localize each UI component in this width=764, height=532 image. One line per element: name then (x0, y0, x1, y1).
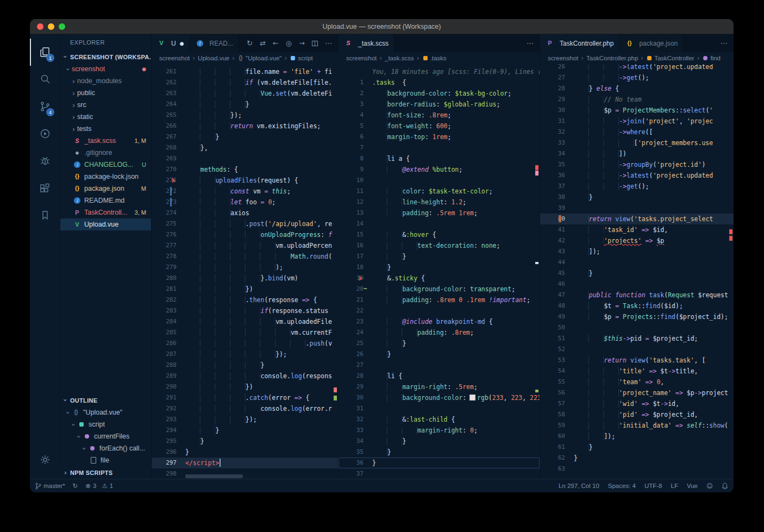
code-line[interactable]: 44 (540, 257, 734, 268)
code-line[interactable]: 31 (339, 403, 540, 414)
file-item-gitignore[interactable]: .gitignore (60, 147, 151, 159)
code-line[interactable]: 16 text-decoration: none; (339, 240, 540, 251)
bug-icon[interactable] (30, 147, 60, 174)
run-and-debug-icon[interactable] (30, 120, 60, 147)
code-line[interactable]: 59 'initial_data' => self::show( (540, 420, 734, 431)
npm-scripts-section-header[interactable]: › NPM SCRIPTS (60, 466, 151, 479)
more-actions-icon[interactable]: ⋯ (527, 40, 534, 47)
code-editor-task-scss[interactable]: You, 18 minutes ago [scss: File(0-9), Li… (339, 64, 540, 479)
code-line[interactable]: 28 li { (339, 371, 540, 381)
code-line[interactable]: 9 @extend %button; (339, 164, 540, 175)
code-line[interactable]: 46 (540, 279, 734, 290)
code-line[interactable]: 32 &:last-child { (339, 414, 540, 425)
outline-item-file[interactable]: file (60, 454, 151, 466)
code-line[interactable]: 34 ]) (540, 148, 734, 159)
source-control-icon[interactable]: 4 (30, 93, 60, 120)
code-line[interactable]: 41 'task_id' => $id, (540, 224, 734, 235)
code-line[interactable]: 56 'project_name' => $p->project (540, 387, 734, 398)
previous-change-icon[interactable]: ← (273, 40, 279, 47)
file-item-node-modules[interactable]: ›node_modules (60, 75, 151, 87)
code-line[interactable]: 274 axios (152, 208, 338, 218)
code-line[interactable]: 50 (540, 322, 734, 333)
code-line[interactable]: 21 padding: .8rem 0 .1rem !important; (339, 295, 540, 305)
code-line[interactable]: 276 onUploadProgress: f (152, 229, 338, 240)
code-line[interactable]: 48 $t = Task::find($id); (540, 301, 734, 311)
code-line[interactable]: 14 (339, 218, 540, 229)
file-item-package-lock-json[interactable]: package-lock.json (60, 171, 151, 183)
code-line[interactable]: 291 .catch(error => { (152, 392, 338, 403)
eol-setting[interactable]: LF (671, 483, 678, 489)
code-line[interactable]: 39 (540, 203, 734, 214)
code-line[interactable]: 295 } (152, 436, 338, 447)
extensions-icon[interactable] (30, 174, 60, 202)
code-line[interactable]: 279 ); (152, 262, 338, 273)
code-line[interactable]: 35 } (339, 447, 540, 458)
code-line[interactable]: 34 } (339, 436, 540, 447)
tab-task-scss[interactable]: _task.scss (339, 34, 394, 52)
split-editor-icon[interactable] (312, 41, 318, 46)
code-line[interactable]: 43 ]); (540, 246, 734, 257)
code-line[interactable]: 268 }, (152, 142, 338, 153)
breadcrumb-item-task-scss[interactable]: _task.scss (385, 55, 414, 61)
tab-readme-md[interactable]: READ... (190, 34, 239, 52)
language-mode[interactable]: Vue (687, 483, 698, 489)
code-line[interactable]: 60 ]); (540, 431, 734, 442)
code-line[interactable]: 26 ->latest('project.updated (540, 64, 734, 72)
breadcrumb-item-upload-vue[interactable]: "Upload.vue" (237, 55, 281, 61)
code-line[interactable]: 3 border-radius: $global-radius; (339, 99, 540, 110)
code-line[interactable]: 277 vm.uploadPercen (152, 240, 338, 251)
code-line[interactable]: You, 18 minutes ago [scss: File(0-9), Li… (339, 66, 540, 77)
code-line[interactable]: 2 background-color: $task-bg-color; (339, 88, 540, 99)
workspace-section-header[interactable]: › SCREENSHOT (WORKSPA... (60, 51, 151, 63)
file-item-changelog[interactable]: CHANGELOG...U (60, 159, 151, 171)
code-line[interactable]: 265 }); (152, 110, 338, 121)
code-line[interactable]: 62} (540, 453, 734, 464)
code-line[interactable]: 29 margin-right: .5rem; (339, 381, 540, 392)
overview-ruler-group-3[interactable] (729, 64, 734, 479)
code-line[interactable]: 36} (339, 458, 540, 468)
code-line[interactable]: 15 &:hover { (339, 229, 540, 240)
outline-item-currentfiles[interactable]: ›currentFiles (60, 430, 151, 442)
code-line[interactable]: 61 } (540, 442, 734, 453)
code-line[interactable]: 53 return view('tasks.task', [ (540, 355, 734, 366)
code-line[interactable]: 12 line-height: 1.2; (339, 197, 540, 208)
code-line[interactable]: 52 (540, 344, 734, 355)
scrollbar-thumb[interactable] (185, 474, 243, 478)
code-line[interactable]: 17 } (339, 251, 540, 262)
tab-package-json[interactable]: package.json (619, 34, 684, 52)
code-line[interactable]: 8 li a { (339, 153, 540, 164)
file-item-screenshot[interactable]: ›screenshot● (60, 63, 151, 75)
outline-item-script[interactable]: ›script (60, 418, 151, 430)
code-line[interactable]: 57 'wid' => $t->id, (540, 398, 734, 409)
more-actions-icon[interactable]: ⋯ (325, 40, 332, 47)
code-line[interactable]: 7 (339, 142, 540, 153)
horizontal-scrollbar[interactable] (185, 474, 333, 478)
code-line[interactable]: 23 @include breakpoint-md { (339, 316, 540, 327)
code-line[interactable]: 45 } (540, 268, 734, 279)
code-line[interactable]: 275 .post('/api/upload', re (152, 218, 338, 229)
code-line[interactable]: 282 .then(response => { (152, 295, 338, 305)
code-line[interactable]: 273 let foo = 0; (152, 197, 338, 208)
overview-ruler-group-2[interactable] (535, 64, 540, 479)
code-line[interactable]: 4 font-size: .8rem; (339, 110, 540, 121)
file-item-src[interactable]: ›src (60, 99, 151, 111)
file-item-static[interactable]: ›static (60, 111, 151, 123)
code-line[interactable]: 272 const vm = this; (152, 186, 338, 197)
breadcrumb-item-screenshot[interactable]: screenshot (346, 55, 377, 61)
breadcrumb-item-taskcontroller-php[interactable]: TaskController.php (586, 55, 638, 61)
code-line[interactable]: 42 'projects' => $p (540, 235, 734, 246)
code-line[interactable]: 29 // No team (540, 94, 734, 105)
code-line[interactable]: 63 (540, 464, 734, 474)
code-line[interactable]: 286 .push(v (152, 338, 338, 349)
code-line[interactable]: 19 &.sticky { (339, 273, 540, 284)
file-item-tests[interactable]: ›tests (60, 123, 151, 135)
code-line[interactable]: 292 console.log(error.r (152, 403, 338, 414)
code-line[interactable]: 27 ->get(); (540, 72, 734, 83)
close-window-button[interactable] (37, 23, 43, 30)
search-icon[interactable] (30, 66, 60, 93)
code-line[interactable]: 37 (339, 468, 540, 479)
breadcrumb-item-screenshot[interactable]: screenshot (548, 55, 578, 61)
sync-icon[interactable]: ↻ (247, 40, 253, 47)
outline-section-header[interactable]: › OUTLINE (60, 394, 151, 406)
feedback-smiley-icon[interactable]: ☺ (706, 482, 713, 490)
